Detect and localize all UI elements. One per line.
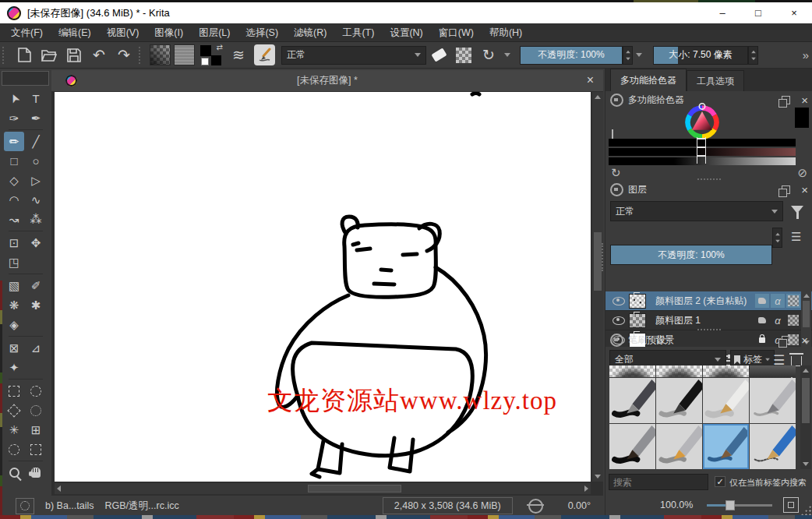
- brush-search-input[interactable]: [609, 474, 708, 490]
- preset-ink-brush[interactable]: [609, 424, 655, 469]
- toolbar-grip[interactable]: [2, 47, 9, 64]
- layer-row[interactable]: 颜料图层 2 (来自粘贴) α: [605, 291, 812, 311]
- refresh-history-icon[interactable]: ↻: [611, 166, 621, 180]
- layer-row[interactable]: 颜料图层 1 α: [605, 311, 812, 330]
- gradient-tool[interactable]: ▧: [4, 276, 24, 295]
- color-sampler-tool[interactable]: ✐: [26, 276, 46, 295]
- layer-alpha-icon[interactable]: α: [771, 313, 785, 327]
- layer-alpha-icon[interactable]: α: [771, 294, 785, 308]
- toolbox-header[interactable]: [2, 71, 49, 86]
- current-color-swatch[interactable]: [795, 108, 809, 128]
- redo-button[interactable]: ↷: [114, 45, 134, 65]
- reference-images-tool[interactable]: ✦: [4, 358, 24, 377]
- minimize-button[interactable]: –: [704, 2, 740, 23]
- color-profile-label[interactable]: RGB/透明...rc.icc: [105, 500, 179, 513]
- layer-blend-mode-select[interactable]: 正常: [610, 201, 783, 221]
- docker-resize-handle[interactable]: [697, 178, 721, 180]
- similar-color-select-tool[interactable]: ⊞: [26, 420, 46, 440]
- opacity-dropdown[interactable]: [633, 46, 645, 65]
- fill-tool[interactable]: ◈: [4, 315, 24, 334]
- pan-tool[interactable]: [26, 463, 46, 482]
- default-colors[interactable]: [201, 58, 209, 65]
- preserve-alpha-button[interactable]: [454, 45, 474, 65]
- layer-visibility-icon[interactable]: [613, 316, 625, 325]
- close-docker-icon[interactable]: ×: [801, 184, 808, 196]
- search-current-tag-checkbox[interactable]: ✓: [715, 476, 726, 487]
- magic-wand-select-tool[interactable]: ✳: [4, 420, 24, 440]
- vscroll-thumb[interactable]: [594, 232, 602, 291]
- docker-lock-icon[interactable]: [610, 94, 623, 107]
- preset-airbrush-pen[interactable]: [703, 378, 749, 423]
- docker-lock-icon[interactable]: [610, 183, 623, 196]
- preset-view-button[interactable]: [783, 497, 799, 513]
- shade-bar-marker[interactable]: [697, 137, 706, 164]
- float-docker-icon[interactable]: [782, 185, 790, 194]
- preset-watercolor-brush[interactable]: [703, 424, 749, 469]
- brush-editor-button[interactable]: [254, 44, 275, 65]
- maximize-button[interactable]: □: [740, 2, 776, 23]
- menu-item[interactable]: 文件(F): [3, 23, 51, 42]
- bezier-curve-tool[interactable]: ◠: [4, 190, 24, 210]
- preset-sketch-pen[interactable]: [750, 378, 796, 423]
- brush-option-widget[interactable]: ≋: [228, 45, 249, 65]
- menu-item[interactable]: 工具(T): [334, 23, 382, 42]
- ellipse-tool[interactable]: ○: [26, 151, 46, 171]
- gradient-chooser[interactable]: [150, 44, 171, 65]
- polygon-tool[interactable]: ◇: [4, 171, 24, 190]
- float-docker-icon[interactable]: [782, 336, 790, 344]
- layer-opacity-spinner[interactable]: [772, 228, 782, 248]
- open-document-button[interactable]: [39, 45, 59, 65]
- close-button[interactable]: ×: [776, 2, 812, 23]
- magnetic-select-tool[interactable]: [26, 440, 46, 459]
- panel-splitter[interactable]: [602, 243, 606, 271]
- crop-tool[interactable]: ◳: [4, 252, 24, 272]
- float-docker-icon[interactable]: [782, 96, 790, 104]
- preset-zoom-slider[interactable]: [707, 504, 772, 507]
- subwindow-titlebar[interactable]: [未保存图像] *: [51, 70, 603, 91]
- canvas-rotation-dial[interactable]: [528, 499, 543, 514]
- canvas[interactable]: 文龙资源站www.wlzy.top: [55, 92, 591, 482]
- canvas-hscrollbar[interactable]: [55, 483, 591, 494]
- menu-item[interactable]: 滤镜(R): [286, 23, 334, 42]
- preset-pencil-blue[interactable]: [750, 424, 796, 469]
- transform-tool[interactable]: ⊡: [4, 233, 24, 252]
- close-docker-icon[interactable]: ×: [801, 334, 808, 346]
- close-docker-icon[interactable]: ×: [801, 94, 808, 106]
- rectangle-tool[interactable]: □: [4, 151, 24, 171]
- clear-history-icon[interactable]: ⊘: [797, 166, 807, 180]
- preset-blender-brush[interactable]: [656, 424, 702, 469]
- calligraphy-tool[interactable]: ✒: [26, 108, 46, 128]
- canvas-vscrollbar[interactable]: [592, 92, 603, 482]
- layer-opacity-slider[interactable]: 不透明度: 100%: [610, 245, 772, 265]
- layer-lock-icon[interactable]: [755, 294, 769, 308]
- reload-preset-button[interactable]: ↻: [478, 45, 499, 65]
- docker-tab[interactable]: 工具选项: [687, 70, 744, 91]
- layer-filter-icon[interactable]: [791, 206, 803, 214]
- polygon-select-tool[interactable]: [4, 401, 24, 420]
- pattern-chooser[interactable]: [174, 44, 195, 65]
- preset-eraser-small[interactable]: [656, 365, 702, 377]
- subwindow-close-button[interactable]: ×: [587, 73, 594, 87]
- menu-item[interactable]: 图像(I): [147, 23, 191, 42]
- pattern-edit-tool[interactable]: ❋: [4, 295, 24, 315]
- measure-tool[interactable]: ⊿: [26, 338, 46, 358]
- menu-item[interactable]: 选择(S): [238, 23, 286, 42]
- bezier-select-tool[interactable]: [4, 440, 24, 459]
- layer-alpha-inherit-icon[interactable]: [786, 313, 800, 327]
- current-brush-name[interactable]: b) Ba...tails: [45, 500, 94, 511]
- layer-options-menu-icon[interactable]: ☰: [791, 230, 801, 244]
- reload-dropdown[interactable]: [501, 46, 514, 65]
- foreground-background-colors[interactable]: ⇄: [199, 44, 223, 66]
- docker-resize-handle[interactable]: [697, 329, 721, 330]
- preset-airbrush-dark[interactable]: [750, 365, 796, 377]
- layer-alpha-inherit-icon[interactable]: [786, 294, 800, 308]
- rect-select-tool[interactable]: [4, 381, 24, 401]
- preset-zoom-handle[interactable]: [726, 500, 735, 510]
- ellipse-select-tool[interactable]: [26, 381, 46, 401]
- brush-size-spinner[interactable]: [748, 46, 758, 65]
- menu-item[interactable]: 图层(L): [191, 23, 238, 42]
- opacity-spinner[interactable]: [623, 46, 633, 65]
- layer-lock-icon[interactable]: [755, 313, 769, 327]
- preset-ink-pen-soft[interactable]: [656, 378, 702, 423]
- foreground-color[interactable]: [200, 45, 211, 56]
